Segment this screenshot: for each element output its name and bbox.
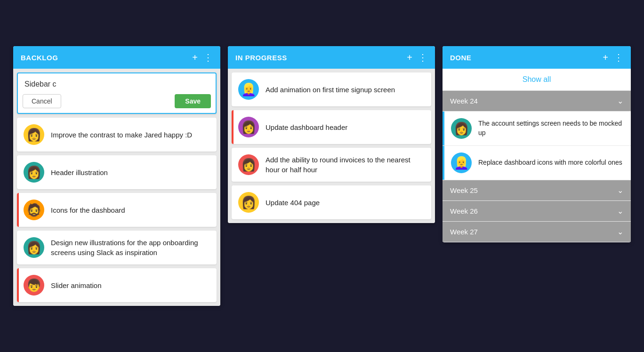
avatar-face: 🧔 bbox=[26, 204, 41, 216]
done-header: DONE + ⋮ bbox=[443, 46, 631, 69]
avatar: 👦 bbox=[24, 275, 44, 296]
avatar: 🧔 bbox=[24, 200, 44, 220]
avatar-face: 👩 bbox=[26, 166, 41, 178]
card-text: Add animation on first time signup scree… bbox=[266, 85, 395, 95]
backlog-card-1[interactable]: 👩 Improve the contrast to make Jared hap… bbox=[17, 118, 217, 152]
avatar: 👩 bbox=[238, 192, 259, 213]
avatar: 👩 bbox=[238, 117, 259, 137]
week-25-header[interactable]: Week 25 ⌄ bbox=[443, 180, 631, 200]
inprogress-card-3[interactable]: 👩 Add the ability to round invoices to t… bbox=[232, 148, 431, 182]
week-27-header[interactable]: Week 27 ⌄ bbox=[443, 222, 631, 242]
avatar-face: 👩 bbox=[26, 128, 41, 141]
week-26-header[interactable]: Week 26 ⌄ bbox=[443, 201, 631, 221]
backlog-actions: + ⋮ bbox=[192, 53, 213, 62]
show-all-button[interactable]: Show all bbox=[443, 69, 631, 91]
card-text: Improve the contrast to make Jared happy… bbox=[51, 130, 192, 140]
card-text: Slider animation bbox=[51, 280, 102, 290]
add-card-icon[interactable]: + bbox=[603, 53, 608, 62]
card-text: Update dashboard header bbox=[266, 122, 347, 132]
avatar: 👩 bbox=[24, 162, 44, 183]
inprogress-header: IN PROGRESS + ⋮ bbox=[228, 46, 435, 69]
done-body: Show all Week 24 ⌄ 👩 The account setting… bbox=[443, 69, 631, 242]
avatar: 👩 bbox=[24, 237, 44, 258]
avatar-face: 👩 bbox=[454, 122, 469, 135]
more-options-icon[interactable]: ⋮ bbox=[203, 53, 213, 62]
week-25-label: Week 25 bbox=[450, 186, 478, 194]
inprogress-column: IN PROGRESS + ⋮ 👱‍♀️ Add animation on fi… bbox=[228, 46, 435, 223]
week-24-chevron-icon: ⌄ bbox=[617, 96, 623, 105]
avatar-face: 👩 bbox=[26, 241, 41, 254]
new-card-input-container: Cancel Save bbox=[17, 72, 217, 114]
avatar: 👱‍♀️ bbox=[451, 152, 472, 173]
priority-indicator bbox=[17, 193, 19, 227]
inprogress-card-2[interactable]: 👩 Update dashboard header bbox=[232, 110, 431, 144]
card-text: Add the ability to round invoices to the… bbox=[266, 155, 425, 175]
inprogress-actions: + ⋮ bbox=[407, 53, 427, 62]
backlog-card-2[interactable]: 👩 Header illustration bbox=[17, 155, 217, 189]
avatar-face: 👩 bbox=[241, 196, 256, 208]
add-card-icon[interactable]: + bbox=[192, 53, 198, 62]
save-button[interactable]: Save bbox=[175, 94, 211, 108]
backlog-card-5[interactable]: 👦 Slider animation bbox=[17, 268, 217, 302]
inprogress-body: 👱‍♀️ Add animation on first time signup … bbox=[228, 69, 435, 223]
inprogress-card-4[interactable]: 👩 Update 404 page bbox=[232, 185, 431, 219]
done-card-1[interactable]: 👩 The account settings screen needs to b… bbox=[443, 112, 631, 145]
priority-indicator bbox=[17, 268, 19, 302]
backlog-card-3[interactable]: 🧔 Icons for the dashboard bbox=[17, 193, 217, 227]
input-actions: Cancel Save bbox=[23, 94, 211, 108]
card-text: Icons for the dashboard bbox=[51, 205, 125, 215]
card-text: Header illustration bbox=[51, 168, 108, 177]
card-text: The account settings screen needs to be … bbox=[478, 119, 624, 137]
week-24-header[interactable]: Week 24 ⌄ bbox=[443, 91, 631, 111]
avatar: 👩 bbox=[238, 154, 259, 175]
avatar-face: 👱‍♀️ bbox=[454, 157, 469, 169]
avatar-face: 👦 bbox=[26, 279, 41, 291]
card-text: Design new illustrations for the app onb… bbox=[51, 238, 210, 257]
backlog-title: BACKLOG bbox=[21, 54, 58, 62]
avatar: 👩 bbox=[451, 118, 472, 139]
avatar: 👩 bbox=[24, 124, 44, 145]
kanban-board: BACKLOG + ⋮ Cancel Save 👩 Improve the c bbox=[13, 46, 631, 306]
week-24-label: Week 24 bbox=[450, 97, 478, 105]
priority-indicator bbox=[232, 110, 233, 144]
week-27-label: Week 27 bbox=[450, 228, 478, 236]
week-26-chevron-icon: ⌄ bbox=[617, 207, 623, 216]
avatar-face: 👱‍♀️ bbox=[241, 83, 256, 96]
avatar-face: 👩 bbox=[241, 121, 256, 133]
backlog-column: BACKLOG + ⋮ Cancel Save 👩 Improve the c bbox=[13, 46, 220, 306]
week-26-label: Week 26 bbox=[450, 207, 478, 215]
avatar-face: 👩 bbox=[241, 159, 256, 171]
card-text: Update 404 page bbox=[266, 198, 320, 208]
avatar: 👱‍♀️ bbox=[238, 79, 259, 100]
backlog-card-4[interactable]: 👩 Design new illustrations for the app o… bbox=[17, 231, 217, 264]
done-title: DONE bbox=[450, 54, 471, 62]
inprogress-card-1[interactable]: 👱‍♀️ Add animation on first time signup … bbox=[232, 72, 431, 106]
backlog-body: Cancel Save 👩 Improve the contrast to ma… bbox=[13, 69, 220, 306]
done-actions: + ⋮ bbox=[603, 53, 623, 62]
add-card-icon[interactable]: + bbox=[407, 53, 412, 62]
cancel-button[interactable]: Cancel bbox=[23, 94, 61, 108]
done-card-2[interactable]: 👱‍♀️ Replace dashboard icons with more c… bbox=[443, 146, 631, 180]
backlog-header: BACKLOG + ⋮ bbox=[13, 46, 220, 69]
week-25-chevron-icon: ⌄ bbox=[617, 186, 623, 195]
more-options-icon[interactable]: ⋮ bbox=[614, 53, 623, 62]
week-27-chevron-icon: ⌄ bbox=[617, 227, 623, 236]
more-options-icon[interactable]: ⋮ bbox=[418, 53, 427, 62]
new-card-input[interactable] bbox=[23, 78, 211, 92]
card-text: Replace dashboard icons with more colorf… bbox=[478, 158, 622, 168]
done-column: DONE + ⋮ Show all Week 24 ⌄ 👩 The accoun… bbox=[443, 46, 631, 242]
inprogress-title: IN PROGRESS bbox=[235, 54, 287, 62]
